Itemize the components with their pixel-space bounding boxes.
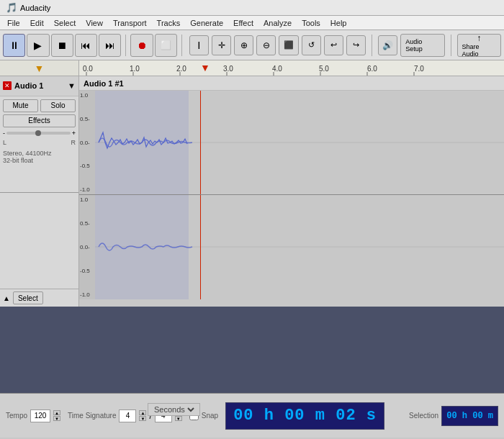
- title-bar: 🎵 Audacity: [0, 0, 504, 16]
- track-name: Audio 1: [14, 81, 65, 90]
- zoom-out-tool[interactable]: ⊖: [256, 35, 276, 55]
- solo-button[interactable]: Solo: [40, 99, 76, 112]
- y-label-0.0-top: 0.0-: [79, 140, 95, 146]
- rewind-button[interactable]: ⏮: [75, 34, 97, 57]
- right-channel-label: R: [71, 139, 76, 146]
- volume-slider[interactable]: [6, 132, 71, 135]
- waveform-svg-top: [95, 91, 504, 194]
- tool-buttons: I ✛ ⊕ ⊖ ⬛ ↺ ↩ ↪ 🔊 Audio Setup ↑ Share Au…: [189, 34, 501, 57]
- clip-button[interactable]: ⬜: [155, 34, 177, 57]
- menu-generate[interactable]: Generate: [186, 17, 228, 29]
- y-axis-bottom: 1.0 0.5- 0.0- -0.5 -1.0: [79, 195, 95, 299]
- timesig-den-down[interactable]: ▼: [175, 416, 182, 421]
- play-button[interactable]: ▶: [27, 34, 49, 57]
- y-label-1.0-bot: 1.0: [79, 196, 95, 203]
- y-label-0.5-bot: 0.5-: [79, 220, 95, 227]
- share-audio-button[interactable]: ↑ Share Audio: [457, 34, 501, 57]
- timesig-up-button[interactable]: ▲: [139, 410, 146, 415]
- track-bottom-row: ▲ Select: [0, 289, 78, 307]
- play-icon: ▶: [34, 40, 42, 51]
- y-label-1.0-top: 1.0: [79, 92, 95, 99]
- menu-effect[interactable]: Effect: [229, 17, 258, 29]
- record-button[interactable]: ⏺: [130, 34, 153, 57]
- selection-time-display: 00 h 00 m: [441, 406, 498, 426]
- menu-transport[interactable]: Transport: [109, 17, 151, 29]
- volume-row: - +: [3, 130, 76, 137]
- track-title-bar: Audio 1 #1: [79, 76, 504, 91]
- menu-bar: File Edit Select View Transport Tracks G…: [0, 16, 504, 30]
- audio-setup-button[interactable]: Audio Setup: [400, 34, 444, 57]
- app-title: Audacity: [20, 4, 50, 12]
- track-dropdown-icon[interactable]: ▼: [68, 81, 76, 90]
- left-triangle-icon: ▼: [35, 63, 45, 74]
- share-icon: ↑: [477, 33, 481, 43]
- tempo-up-button[interactable]: ▲: [53, 410, 60, 415]
- menu-edit[interactable]: Edit: [26, 17, 48, 29]
- bottom-section: Tempo ▲ ▼ Time Signature ▲ ▼ / ▲ ▼ Snap …: [0, 393, 504, 438]
- menu-analyze[interactable]: Analyze: [259, 17, 296, 29]
- record-icon: ⏺: [137, 40, 147, 51]
- channel-top[interactable]: 1.0 0.5- 0.0- -0.5 -1.0: [79, 91, 504, 195]
- undo-tool[interactable]: ↩: [324, 35, 343, 55]
- toolbar: ⏸ ▶ ⏹ ⏮ ⏭ ⏺ ⬜ I ✛ ⊕ ⊖ ⬛ ↺ ↩ ↪ 🔊 Audio Se…: [0, 30, 504, 60]
- timesig-down-button[interactable]: ▼: [139, 416, 146, 421]
- menu-view[interactable]: View: [81, 17, 107, 29]
- share-audio-label: Share Audio: [462, 43, 496, 58]
- seconds-label: Seconds: [148, 403, 200, 416]
- zoom-fit-tool[interactable]: ⬛: [279, 35, 298, 55]
- playhead-line-bottom: [200, 195, 201, 299]
- tempo-input[interactable]: [30, 409, 50, 422]
- track-panel: ✕ Audio 1 ▼ Mute Solo Effects - + L: [0, 76, 79, 307]
- pause-button[interactable]: ⏸: [3, 34, 25, 57]
- cursor-tool[interactable]: I: [189, 35, 209, 55]
- menu-tools[interactable]: Tools: [297, 17, 325, 29]
- tempo-control: Tempo ▲ ▼: [6, 409, 60, 422]
- seconds-select[interactable]: Seconds: [151, 404, 197, 415]
- menu-tracks[interactable]: Tracks: [153, 17, 185, 29]
- track-info: Stereo, 44100Hz 32-bit float: [3, 148, 76, 166]
- y-label-0.0-bot: 0.0-: [79, 244, 95, 250]
- track-header: ✕ Audio 1 ▼: [0, 76, 78, 96]
- y-label-neg0.5-bot: -0.5: [79, 268, 95, 274]
- menu-select[interactable]: Select: [50, 17, 81, 29]
- tempo-spinner: ▲ ▼: [53, 410, 60, 421]
- tempo-down-button[interactable]: ▼: [53, 416, 60, 421]
- ruler-scale[interactable]: 0.0 1.0 2.0 ▼ 3.0 4.0 5.0 6.0 7.0: [79, 60, 504, 76]
- channel-bottom[interactable]: 1.0 0.5- 0.0- -0.5 -1.0: [79, 195, 504, 299]
- left-channel-label: L: [3, 139, 6, 146]
- selection-display: Selection 00 h 00 m: [409, 406, 498, 426]
- track-close-button[interactable]: ✕: [3, 81, 12, 90]
- lr-labels: L R: [3, 139, 76, 146]
- time-sig-numerator[interactable]: [119, 409, 136, 422]
- playhead-line-top: [200, 91, 201, 194]
- pause-icon: ⏸: [9, 40, 19, 51]
- selection-label: Selection: [409, 412, 438, 420]
- redo-tool[interactable]: ↪: [346, 35, 366, 55]
- volume-min-label: -: [3, 130, 5, 137]
- select-button[interactable]: Select: [13, 291, 43, 304]
- waveform-svg-bottom: [95, 195, 504, 299]
- zoom-reset-tool[interactable]: ↺: [302, 35, 321, 55]
- y-label-neg1.0-bot: -1.0: [79, 291, 95, 298]
- clip-icon: ⬜: [161, 40, 171, 50]
- expand-icon: ▲: [3, 294, 10, 302]
- select-tool[interactable]: ✛: [212, 35, 231, 55]
- y-label-0.5-top: 0.5-: [79, 116, 95, 122]
- forward-button[interactable]: ⏭: [99, 34, 121, 57]
- zoom-in-tool[interactable]: ⊕: [234, 35, 253, 55]
- effects-button[interactable]: Effects: [3, 114, 76, 127]
- audio-setup-label: Audio Setup: [405, 38, 439, 53]
- selection-time-value: 00 h 00 m: [446, 411, 493, 421]
- volume-tool[interactable]: 🔊: [378, 35, 397, 55]
- menu-file[interactable]: File: [3, 17, 24, 29]
- tempo-label: Tempo: [6, 412, 27, 420]
- track-info-line2: 32-bit float: [3, 157, 76, 164]
- menu-help[interactable]: Help: [326, 17, 351, 29]
- separator-4: [451, 35, 451, 56]
- track-controls-bottom: [0, 193, 78, 289]
- timeline-ruler: ▼ 0.0 1.0 2.0 ▼ 3.0 4.0 5.0 6.0 7.0: [0, 60, 504, 76]
- separator-3: [372, 35, 372, 56]
- y-label-neg1.0-top: -1.0: [79, 186, 95, 193]
- stop-button[interactable]: ⏹: [51, 34, 73, 57]
- mute-button[interactable]: Mute: [3, 99, 38, 112]
